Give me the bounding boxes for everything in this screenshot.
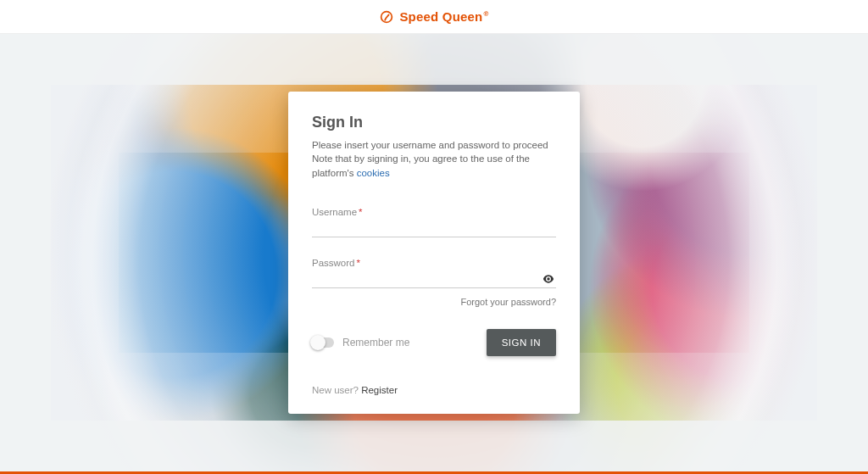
newuser-row: New user? Register	[312, 385, 556, 395]
background-image: Sign In Please insert your username and …	[0, 34, 868, 474]
subtitle-line1: Please insert your username and password…	[312, 140, 548, 150]
speedqueen-icon	[379, 9, 394, 25]
card-title: Sign In	[312, 114, 556, 131]
remember-me-toggle[interactable]	[312, 337, 334, 348]
password-label: Password*	[312, 258, 556, 268]
password-input[interactable]	[312, 268, 556, 288]
signin-button[interactable]: SIGN IN	[487, 329, 556, 356]
subtitle-line2: Note that by signing in, you agree to th…	[312, 153, 530, 177]
password-field: Password*	[312, 258, 556, 288]
username-label: Username*	[312, 207, 556, 217]
remember-me-group: Remember me	[312, 337, 409, 349]
forgot-password-link[interactable]: Forgot your password?	[312, 297, 556, 307]
actions-row: Remember me SIGN IN	[312, 329, 556, 356]
signin-card: Sign In Please insert your username and …	[288, 92, 580, 413]
eye-icon	[542, 272, 555, 286]
toggle-password-visibility-button[interactable]	[541, 271, 556, 287]
newuser-prefix: New user?	[312, 385, 361, 395]
brand-text: Speed Queen®	[399, 9, 488, 24]
remember-me-label: Remember me	[342, 337, 409, 349]
username-input[interactable]	[312, 217, 556, 237]
cookies-link[interactable]: cookies	[357, 168, 390, 178]
register-link[interactable]: Register	[361, 385, 398, 395]
card-subtitle: Please insert your username and password…	[312, 138, 556, 179]
username-field: Username*	[312, 207, 556, 237]
toggle-knob-icon	[310, 335, 326, 350]
top-bar: Speed Queen®	[0, 0, 868, 34]
brand-logo: Speed Queen®	[379, 9, 488, 25]
